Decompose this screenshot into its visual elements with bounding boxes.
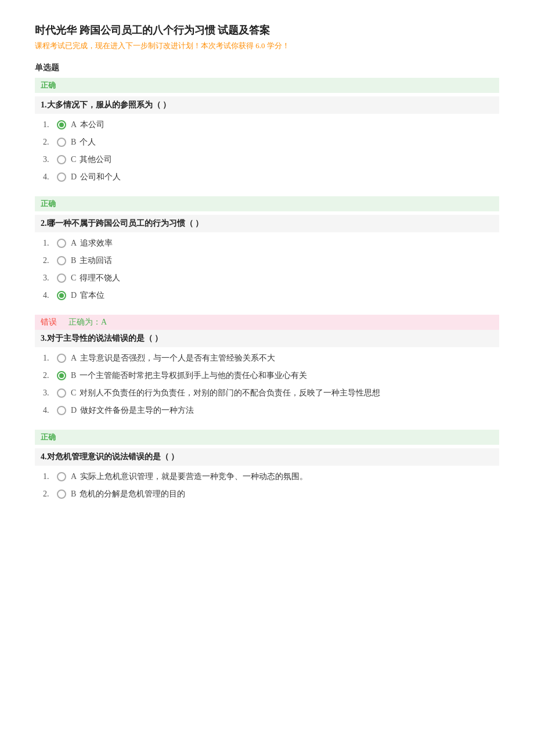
option-label: B [71, 371, 76, 380]
option-number: 2. [43, 371, 57, 380]
option-text: 主动回话 [80, 255, 112, 266]
radio-button[interactable] [57, 239, 66, 248]
radio-button[interactable] [57, 371, 66, 380]
option-text: 个人 [80, 137, 96, 147]
radio-button[interactable] [57, 406, 66, 415]
option-label: B [71, 256, 76, 265]
option-text: 危机的分解是危机管理的目的 [80, 489, 185, 499]
option-label: A [71, 239, 77, 248]
option-text: 对别人不负责任的行为负责任，对别的部门的不配合负责任，反映了一种主导性思想 [80, 388, 380, 398]
option-label: C [71, 388, 76, 398]
option-number: 3. [43, 388, 57, 398]
option-label: A [71, 354, 77, 363]
option-label: D [71, 172, 77, 182]
question-text: 3.对于主导性的说法错误的是（ ） [35, 330, 499, 347]
option-label: C [71, 273, 76, 283]
status-label: 正确 [41, 199, 56, 208]
radio-button[interactable] [57, 388, 66, 398]
option-number: 4. [43, 172, 57, 182]
option-label: D [71, 291, 77, 300]
option-number: 2. [43, 138, 57, 147]
option-number: 1. [43, 472, 57, 481]
radio-button[interactable] [57, 472, 66, 481]
option-item[interactable]: 2.B个人 [41, 134, 493, 151]
option-label: B [71, 489, 76, 499]
option-number: 1. [43, 354, 57, 363]
option-number: 3. [43, 273, 57, 283]
question-block-q2: 正确2.哪一种不属于跨国公司员工的行为习惯（ ）1.A追求效率2.B主动回话3.… [35, 196, 499, 304]
radio-button[interactable] [57, 354, 66, 363]
questions-container: 正确1.大多情况下，服从的参照系为（ ）1.A本公司2.B个人3.C其他公司4.… [35, 78, 499, 503]
radio-button[interactable] [57, 489, 66, 499]
page-title: 时代光华 跨国公司员工的八个行为习惯 试题及答案 [35, 23, 499, 37]
option-item[interactable]: 3.C其他公司 [41, 151, 493, 168]
radio-button[interactable] [57, 138, 66, 147]
radio-button[interactable] [57, 291, 66, 300]
page-header: 时代光华 跨国公司员工的八个行为习惯 试题及答案 课程考试已完成，现在进入下一步… [35, 23, 499, 51]
option-item[interactable]: 1.A实际上危机意识管理，就是要营造一种竞争、一种动态的氛围。 [41, 468, 493, 485]
option-item[interactable]: 4.D公司和个人 [41, 168, 493, 186]
option-item[interactable]: 2.B危机的分解是危机管理的目的 [41, 485, 493, 503]
status-label: 正确 [41, 433, 56, 441]
section-type: 单选题 [35, 63, 499, 73]
option-text: 一个主管能否时常把主导权抓到手上与他的责任心和事业心有关 [80, 370, 307, 381]
radio-button[interactable] [57, 155, 66, 164]
option-text: 主导意识是否强烈，与一个人是否有主管经验关系不大 [80, 353, 275, 363]
status-label: 正确 [41, 81, 56, 89]
option-text: 实际上危机意识管理，就是要营造一种竞争、一种动态的氛围。 [80, 471, 308, 482]
option-text: 本公司 [80, 120, 104, 130]
radio-button[interactable] [57, 256, 66, 265]
page-subtitle: 课程考试已完成，现在进入下一步制订改进计划！本次考试你获得 6.0 学分！ [35, 41, 499, 51]
option-label: A [71, 120, 77, 129]
question-block-q3: 错误正确为：A3.对于主导性的说法错误的是（ ）1.A主导意识是否强烈，与一个人… [35, 315, 499, 419]
question-block-q4: 正确4.对危机管理意识的说法错误的是（ ）1.A实际上危机意识管理，就是要营造一… [35, 430, 499, 503]
option-item[interactable]: 4.D官本位 [41, 287, 493, 304]
option-text: 官本位 [80, 290, 104, 301]
option-number: 3. [43, 155, 57, 164]
radio-button[interactable] [57, 172, 66, 182]
option-item[interactable]: 3.C对别人不负责任的行为负责任，对别的部门的不配合负责任，反映了一种主导性思想 [41, 384, 493, 402]
question-text: 4.对危机管理意识的说法错误的是（ ） [35, 448, 499, 466]
option-text: 其他公司 [80, 154, 112, 165]
question-block-q1: 正确1.大多情况下，服从的参照系为（ ）1.A本公司2.B个人3.C其他公司4.… [35, 78, 499, 186]
radio-button[interactable] [57, 120, 66, 129]
option-item[interactable]: 2.B一个主管能否时常把主导权抓到手上与他的责任心和事业心有关 [41, 367, 493, 384]
option-item[interactable]: 1.A主导意识是否强烈，与一个人是否有主管经验关系不大 [41, 350, 493, 367]
option-label: C [71, 155, 76, 164]
option-text: 追求效率 [80, 238, 113, 249]
option-number: 1. [43, 120, 57, 129]
option-text: 得理不饶人 [80, 273, 120, 283]
option-item[interactable]: 2.B主动回话 [41, 252, 493, 269]
option-text: 做好文件备份是主导的一种方法 [80, 405, 194, 416]
option-number: 4. [43, 406, 57, 415]
correct-answer-label: 正确为：A [68, 317, 107, 327]
option-text: 公司和个人 [80, 172, 121, 182]
option-item[interactable]: 1.A追求效率 [41, 235, 493, 252]
status-label: 错误 [41, 317, 57, 327]
option-label: A [71, 472, 77, 481]
option-number: 1. [43, 239, 57, 248]
option-label: B [71, 138, 76, 147]
radio-button[interactable] [57, 273, 66, 283]
option-item[interactable]: 4.D做好文件备份是主导的一种方法 [41, 402, 493, 419]
option-number: 4. [43, 291, 57, 300]
question-text: 2.哪一种不属于跨国公司员工的行为习惯（ ） [35, 215, 499, 232]
option-item[interactable]: 3.C得理不饶人 [41, 269, 493, 287]
option-label: D [71, 406, 77, 415]
question-text: 1.大多情况下，服从的参照系为（ ） [35, 96, 499, 114]
option-number: 2. [43, 256, 57, 265]
option-item[interactable]: 1.A本公司 [41, 116, 493, 134]
option-number: 2. [43, 489, 57, 499]
